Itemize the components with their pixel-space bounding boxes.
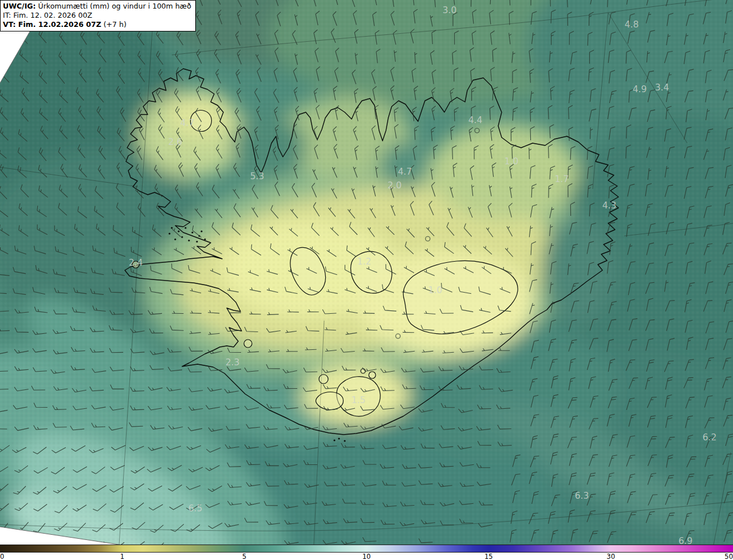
colorbar-tick-label: 5 — [242, 553, 246, 560]
map-value-label: 6.9 — [679, 536, 693, 545]
islet-dot — [181, 236, 183, 238]
colorbar-tick-label: 10 — [362, 553, 371, 560]
map-value-label: 4.7 — [180, 118, 195, 128]
islet-dot — [344, 440, 345, 441]
islet-dot — [188, 239, 190, 241]
map-value-label: 4.4 — [468, 115, 483, 125]
map-value-label: 3.4 — [655, 82, 669, 93]
product-title: UWC/IG: Úrkomumætti (mm) og vindur i 100… — [3, 2, 191, 11]
islet-dot — [200, 230, 202, 232]
legend-box: UWC/IG: Úrkomumætti (mm) og vindur i 100… — [0, 0, 196, 31]
map-value-label: 1.0 — [505, 156, 519, 167]
map-value-label: 4.7 — [398, 167, 412, 177]
map-value-label: 6.5 — [188, 503, 203, 514]
islet-dot — [191, 231, 193, 233]
map-value-label: 2.0 — [388, 180, 402, 191]
islet-dot — [204, 238, 206, 240]
map-value-label: 4.8 — [625, 19, 639, 30]
colorbar-tick-label: 30 — [606, 553, 615, 560]
colorbar-tick-label: 0 — [0, 553, 4, 560]
colorbar-tick-label: 15 — [484, 553, 493, 560]
map-value-label: 5.3 — [250, 171, 265, 182]
map-value-label: 1.0 — [428, 285, 443, 295]
colorbar-tick-label: 50 — [724, 553, 733, 560]
islet-dot — [178, 230, 179, 232]
colorbar-tick-label: 1 — [120, 553, 124, 560]
valid-time: VT: Fim. 12.02.2026 07Z (+7 h) — [3, 20, 191, 29]
colorbar-wrap: 01510153050 — [0, 545, 733, 560]
map-value-label: 4.3 — [602, 200, 617, 211]
map-value-label: 4.9 — [633, 84, 647, 94]
map-value-label: 1.7 — [555, 174, 569, 184]
weather-map-page: 3.04.84.93.44.72.64.45.34.72.01.01.74.32… — [0, 0, 733, 560]
colorbar-ticks: 01510153050 — [0, 553, 733, 560]
map-value-label: 2.6 — [168, 137, 183, 147]
islet-dot — [168, 232, 170, 234]
init-time: IT: Fim. 12. 02. 2026 00Z — [3, 11, 191, 20]
islet-dot — [196, 240, 198, 242]
weather-map: 3.04.84.93.44.72.64.45.34.72.01.01.74.32… — [0, 0, 733, 545]
map-value-label: 6.3 — [575, 491, 589, 501]
islet-dot — [184, 227, 186, 228]
map-value-label: 2.3 — [226, 357, 240, 368]
islet-dot — [338, 437, 340, 439]
map-value-label: 2.4 — [129, 258, 143, 268]
islet-dot — [171, 227, 172, 228]
map-value-label: 6.2 — [703, 432, 717, 443]
map-value-label: 1.5 — [352, 395, 366, 405]
islet-dot — [333, 439, 335, 441]
map-value-label: 3.0 — [443, 5, 457, 15]
colorbar — [0, 545, 733, 553]
islet-dot — [174, 238, 176, 240]
map-value-label: 1.2 — [357, 257, 372, 267]
